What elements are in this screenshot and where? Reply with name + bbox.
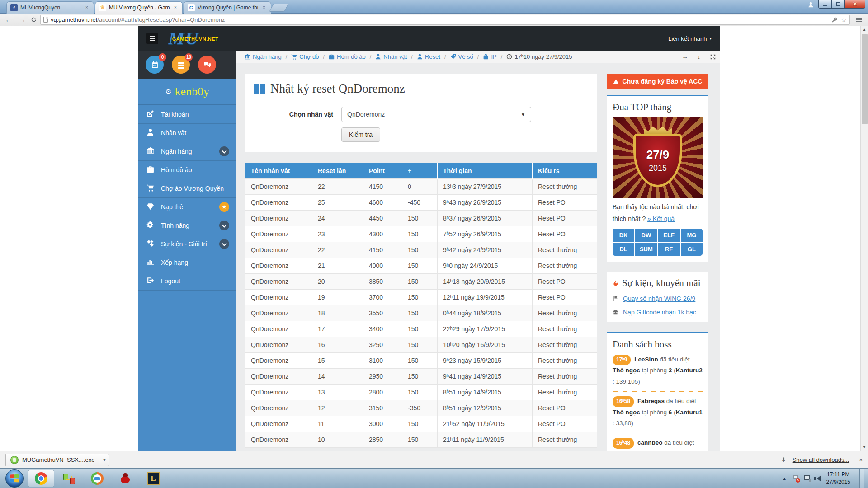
event-link-wing[interactable]: Quay số nhận WING 26/9 — [623, 295, 695, 302]
window-minimize-button[interactable] — [818, 0, 832, 9]
sidebar-item-ngan-hang[interactable]: Ngân hàng — [138, 142, 236, 160]
sidebar-item-nap-the[interactable]: Nạp thẻ ★ — [138, 197, 236, 216]
tab-title: Vương Quyền | Game thủ — [198, 5, 258, 11]
col-point: Point — [363, 163, 402, 179]
tab-close-icon[interactable]: × — [84, 5, 90, 11]
sidebar-user[interactable]: ⚙ kenb0y — [138, 79, 236, 105]
class-button-mg[interactable]: MG — [681, 229, 703, 242]
plugins-button[interactable]: 10 — [172, 56, 190, 74]
scroll-up-arrow[interactable]: ▲ — [861, 26, 868, 33]
class-button-elf[interactable]: ELF — [658, 229, 680, 242]
action-center-flag-icon[interactable]: ✕ — [792, 475, 799, 482]
key-icon[interactable] — [832, 17, 837, 23]
breadcrumb-ve-so[interactable]: Vé số — [450, 53, 473, 60]
event-link-giftcode[interactable]: Nạp Giftcode nhận 1k bạc — [623, 309, 696, 316]
hamburger-menu-icon[interactable] — [146, 33, 158, 44]
breadcrumb-reset[interactable]: Reset — [417, 53, 440, 60]
resize-vertical-icon[interactable]: ↕ — [692, 51, 706, 63]
sidebar-item-tinh-nang[interactable]: Tính năng — [138, 216, 236, 235]
address-bar[interactable]: vq.gamethuvn.net/account/#auth/logReset.… — [40, 15, 850, 25]
taskbar-garena-button[interactable] — [84, 470, 110, 487]
chat-button[interactable] — [198, 56, 216, 74]
browser-tab-mu-vuong-quyen[interactable]: ♛ MU Vương Quyền - Game × — [95, 1, 183, 14]
browser-tab-game-thu[interactable]: G Vương Quyền | Game thủ × — [184, 1, 271, 14]
calendar-button[interactable]: 0 — [146, 56, 164, 74]
tab-close-icon[interactable]: × — [172, 5, 179, 11]
breadcrumb-ngan-hang[interactable]: Ngân hàng — [245, 53, 282, 60]
class-button-rf[interactable]: RF — [658, 243, 680, 256]
volume-icon[interactable] — [817, 475, 821, 482]
browser-tab-facebook[interactable]: f MUVuongQuyen × — [6, 1, 94, 14]
sidebar-filler — [138, 290, 236, 451]
sidebar-item-su-kien[interactable]: Sự kiện - Giải trí — [138, 235, 236, 253]
chrome-menu-button[interactable] — [854, 18, 864, 22]
breadcrumb-hom-do-ao[interactable]: Hòm đồ ảo — [329, 53, 366, 60]
url-text[interactable]: vq.gamethuvn.net/account/#auth/logReset.… — [51, 16, 829, 23]
back-button[interactable]: ← — [4, 16, 14, 24]
show-desktop-button[interactable] — [859, 469, 864, 488]
tab-close-icon[interactable]: × — [261, 5, 267, 11]
start-button[interactable] — [5, 469, 24, 488]
boss-entry: 17ʰ9 LeeSinn đã tiêu diệt Thỏ ngọc tại p… — [613, 350, 703, 392]
new-tab-button[interactable] — [269, 4, 289, 12]
show-all-downloads-link[interactable]: Show all downloads... — [793, 456, 849, 463]
resize-horizontal-icon[interactable]: ↔ — [678, 51, 692, 63]
sidebar-item-tai-khoan[interactable]: Tài khoản — [138, 105, 236, 123]
shelf-close-icon[interactable]: × — [859, 456, 863, 463]
breadcrumb-nhan-vat[interactable]: Nhân vật — [375, 53, 407, 60]
top-month-badge-image[interactable]: 27/9 2015 — [613, 117, 703, 198]
taskbar-lol-button[interactable]: L — [140, 470, 166, 487]
class-button-dl[interactable]: DL — [613, 243, 634, 256]
class-button-dk[interactable]: DK — [613, 229, 634, 242]
sidebar-item-hom-do-ao[interactable]: Hòm đồ ảo — [138, 160, 236, 179]
breadcrumb-ip[interactable]: IP — [483, 53, 496, 60]
network-icon[interactable] — [804, 475, 811, 482]
browser-scrollbar[interactable]: ▲ ▼ — [860, 26, 868, 451]
warning-icon — [613, 79, 619, 84]
download-options-caret[interactable]: ▼ — [99, 454, 109, 466]
bar-chart-icon — [146, 258, 154, 266]
breadcrumb-cho-do[interactable]: Chợ đồ — [291, 53, 319, 60]
fullscreen-icon[interactable] — [706, 51, 720, 63]
refresh-button[interactable] — [31, 17, 37, 23]
chrome-icon — [35, 472, 47, 485]
sidebar-item-logout[interactable]: Logout — [138, 272, 236, 290]
scrollbar-thumb[interactable] — [862, 34, 868, 124]
chevron-down-icon — [219, 221, 229, 230]
chat-icon — [203, 61, 211, 69]
class-button-dw[interactable]: DW — [635, 229, 657, 242]
taskbar-clock[interactable]: 17:11 PM 27/9/2015 — [826, 471, 850, 485]
taskbar-chrome-button[interactable] — [28, 470, 54, 487]
window-maximize-button[interactable] — [832, 0, 844, 9]
profile-icon[interactable] — [808, 2, 814, 8]
check-button[interactable]: Kiểm tra — [341, 127, 380, 142]
downloaded-file-button[interactable]: MUGamethuVN_SSX....exe ▼ — [5, 454, 109, 466]
site-logo[interactable]: MU GAMETHUVN.NET — [168, 28, 222, 48]
class-button-sum[interactable]: SUM — [635, 243, 657, 256]
top-month-title: Đua TOP tháng — [613, 102, 703, 113]
bookmark-star-icon[interactable]: ☆ — [841, 16, 847, 23]
user-icon — [417, 54, 423, 60]
main-area: Ngân hàng / Chợ đồ / Hòm đồ ảo / Nhân vậ… — [236, 51, 720, 451]
window-tiles-icon — [254, 84, 265, 94]
sidebar-item-cho-ao[interactable]: Chợ ảo Vương Quyền — [138, 179, 236, 197]
forward-button[interactable]: → — [17, 16, 27, 24]
taskbar-transfer-app-button[interactable] — [56, 470, 82, 487]
scroll-down-arrow[interactable]: ▼ — [861, 444, 868, 451]
poll-result-link[interactable]: » Kết quả — [647, 215, 675, 222]
class-button-gl[interactable]: GL — [681, 243, 703, 256]
logo-domain-text: GAMETHUVN.NET — [168, 36, 222, 42]
sidebar-item-nhan-vat[interactable]: Nhân vật — [138, 123, 236, 142]
character-select[interactable]: QnDoremonz ▼ — [341, 107, 531, 122]
taskbar-devil-app-button[interactable] — [112, 470, 138, 487]
tray-expand-arrow-icon[interactable]: ▲ — [783, 476, 787, 481]
boss-entry: 16ʰ48 canhbeo đã tiêu diệt Thỏ ngọc tại … — [613, 433, 703, 451]
select-character-label: Chọn nhân vật — [254, 111, 341, 118]
window-close-button[interactable]: ✕ — [844, 0, 865, 9]
quick-links-dropdown[interactable]: Liên kết nhanh ▾ — [668, 35, 712, 42]
page-title: Nhật ký reset QnDoremonz — [254, 82, 588, 96]
sidebar-item-xep-hang[interactable]: Xếp hạng — [138, 253, 236, 272]
windows-flag-icon — [10, 474, 19, 483]
account-protection-warning-button[interactable]: Chưa đăng ký Bảo vệ ACC — [607, 74, 708, 89]
facebook-favicon-icon: f — [10, 4, 18, 11]
